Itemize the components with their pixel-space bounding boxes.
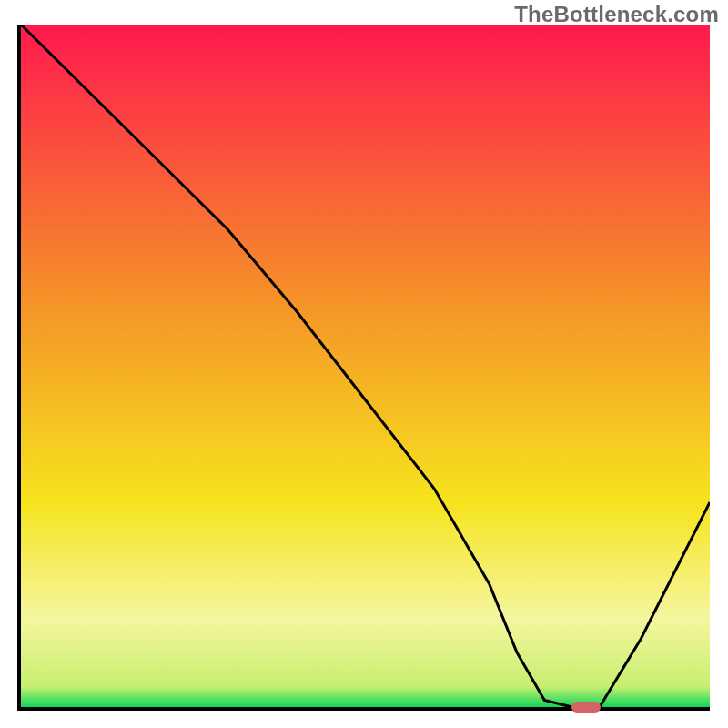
optimal-marker <box>571 702 601 713</box>
gradient-rect <box>21 25 710 707</box>
gradient-svg <box>21 25 710 707</box>
plot-area <box>17 25 710 711</box>
chart-root: TheBottleneck.com <box>0 0 728 728</box>
watermark-text: TheBottleneck.com <box>514 2 719 27</box>
gradient-background <box>21 25 710 707</box>
